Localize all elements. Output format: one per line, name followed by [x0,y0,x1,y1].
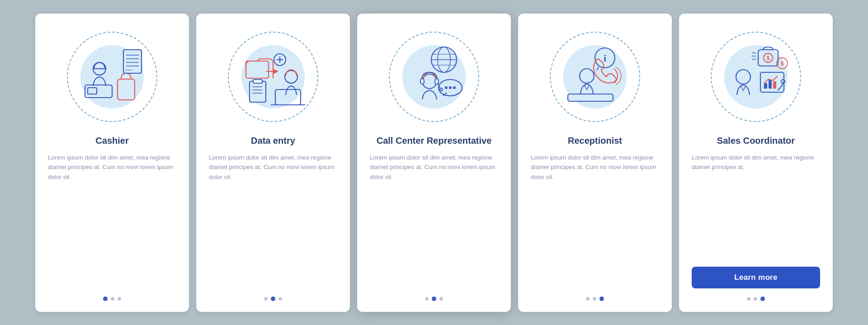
svg-line-56 [752,52,756,53]
learn-more-button[interactable]: Learn more [692,267,820,288]
card-call-center-body: Lorem ipsum dolor sit dim amet, mea regi… [370,153,498,288]
card-data-entry-dots [264,297,282,301]
dot-1 [103,297,108,301]
dot-3 [118,297,121,301]
dot-2 [754,297,757,301]
dot-3 [278,297,282,301]
card-sales-coordinator-dots [747,297,765,301]
svg-rect-51 [769,80,772,89]
svg-rect-44 [568,94,613,101]
svg-rect-49 [760,72,784,92]
card-sales-coordinator-title: Sales Coordinator [717,135,795,146]
svg-point-48 [736,70,750,84]
svg-point-43 [580,69,594,83]
svg-rect-4 [118,79,135,100]
dot-1 [264,297,268,301]
card-data-entry-title: Data entry [251,135,295,146]
svg-line-58 [752,59,756,60]
svg-point-39 [449,86,452,89]
card-sales-coordinator-body: Lorem ipsum dolor sit dim amet, mea regi… [692,153,820,259]
dot-1 [747,297,750,301]
card-cashier-title: Cashier [95,135,128,146]
svg-rect-3 [88,88,97,94]
card-call-center-title: Call Center Representative [377,135,492,146]
dot-2 [593,297,596,301]
svg-rect-50 [764,83,767,89]
card-cashier-body: Lorem ipsum dolor sit dim amet, mea regi… [48,153,176,288]
illustration-data-entry [223,27,323,127]
cards-container: Cashier Lorem ipsum dolor sit dim amet, … [0,0,868,325]
card-receptionist-body: Lorem ipsum dolor sit dim amet, mea regi… [531,153,659,288]
svg-text:$: $ [781,61,784,67]
card-receptionist-dots [586,297,604,301]
svg-rect-33 [420,79,424,84]
card-call-center: Call Center Representative Lorem ipsum d… [357,14,511,312]
svg-point-36 [440,88,443,91]
dot-2 [111,297,114,301]
svg-point-38 [445,86,448,89]
dot-2 [271,297,275,301]
svg-rect-21 [253,80,262,83]
svg-rect-15 [246,61,269,78]
dot-1 [425,297,429,301]
card-cashier: Cashier Lorem ipsum dolor sit dim amet, … [35,14,189,312]
dot-3 [439,297,443,301]
dot-1 [586,297,590,301]
card-data-entry-body: Lorem ipsum dolor sit dim amet, mea regi… [209,153,337,288]
svg-rect-20 [250,81,266,102]
svg-text:$: $ [767,55,770,61]
card-cashier-dots [103,297,121,301]
card-sales-coordinator: $ $ [679,14,833,312]
svg-rect-25 [275,89,301,105]
dot-2 [432,297,436,301]
dot-3 [760,297,765,301]
svg-text:i: i [604,52,606,64]
illustration-cashier [62,27,162,127]
card-data-entry: Data entry Lorem ipsum dolor sit dim ame… [196,14,350,312]
svg-point-40 [453,86,456,89]
illustration-call-center [384,27,484,127]
svg-rect-52 [773,81,776,89]
card-receptionist: i Receptionist Lorem ipsum dolor sit dim… [518,14,672,312]
card-receptionist-title: Receptionist [568,135,622,146]
dot-3 [599,297,604,301]
illustration-sales-coordinator: $ $ [706,27,806,127]
illustration-receptionist: i [545,27,645,127]
card-call-center-dots [425,297,443,301]
